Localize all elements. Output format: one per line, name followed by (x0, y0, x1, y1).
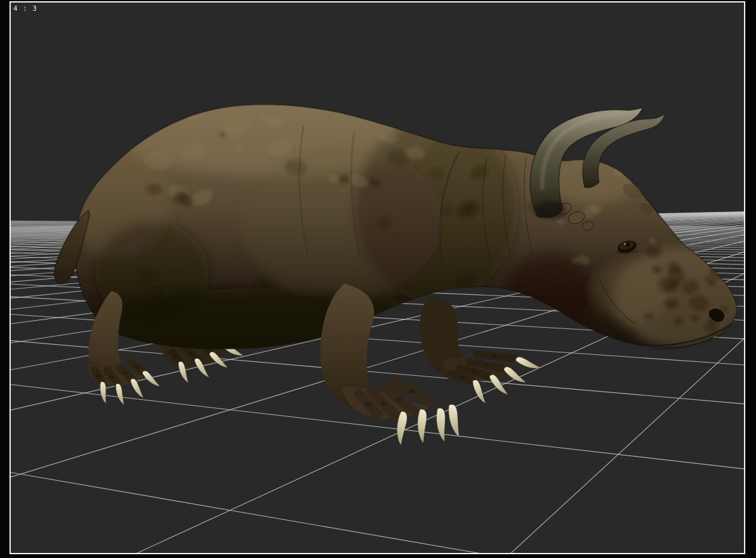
viewport-frame: 4 : 3 (0, 0, 756, 558)
aspect-ratio-label: 4 : 3 (13, 4, 37, 13)
3d-viewport-canvas[interactable] (0, 0, 756, 558)
